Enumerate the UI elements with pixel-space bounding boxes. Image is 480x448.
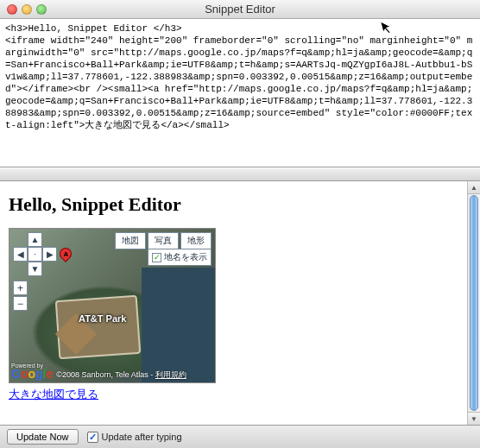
map-marker-letter: A [63,250,68,258]
map-labels-text: 地名を表示 [164,251,207,263]
pan-right-button[interactable]: ▶ [42,247,57,262]
source-code-editor[interactable]: <h3>Hello, Snippet Editor </h3> <iframe … [0,19,480,167]
scroll-up-button[interactable]: ▲ [468,181,480,194]
update-after-typing-checkbox[interactable]: ✓ [87,432,98,443]
pane-divider[interactable] [0,167,480,181]
window-titlebar: Snippet Editor [0,0,480,19]
pan-down-button[interactable]: ▼ [28,262,42,276]
map-water [142,268,215,382]
bottom-toolbar: Update Now ✓ Update after typing [0,425,480,448]
google-logo: Google [11,367,53,381]
zoom-out-button[interactable]: − [13,296,28,311]
minimize-window-button[interactable] [22,4,32,15]
map-terms-link[interactable]: 利用規約 [155,370,186,379]
map-attribution: Google ©2008 Sanborn, Tele Atlas - 利用規約 [11,367,186,381]
window-title: Snippet Editor [0,3,480,16]
update-after-typing-toggle[interactable]: ✓ Update after typing [87,432,182,443]
map-marker[interactable]: A [60,248,72,267]
preview-pane: Hello, Snippet Editor AT&T Park ▲ ◀ · ▶ … [0,181,467,425]
map-tab-satellite[interactable]: 写真 [148,232,179,249]
pan-left-button[interactable]: ◀ [13,247,28,262]
scroll-thumb[interactable] [470,195,478,411]
map-labels-toggle[interactable]: ✓ 地名を表示 [148,249,212,266]
close-window-button[interactable] [7,4,17,15]
map-type-tabs: 地図 写真 地形 [115,232,212,249]
map-pan-control: ▲ ◀ · ▶ ▼ [13,232,57,276]
map-copyright: ©2008 Sanborn, Tele Atlas - [56,370,155,379]
view-larger-map-link[interactable]: 大きな地図で見る [9,387,98,402]
preview-heading: Hello, Snippet Editor [9,193,458,216]
map-embed[interactable]: AT&T Park ▲ ◀ · ▶ ▼ + − A 地図 写真 [9,228,216,383]
map-place-label: AT&T Park [79,313,126,324]
zoom-in-button[interactable]: + [13,281,28,295]
map-tab-map[interactable]: 地図 [115,232,146,249]
map-tab-terrain[interactable]: 地形 [180,232,212,249]
pan-center-button[interactable]: · [28,247,42,262]
update-now-button[interactable]: Update Now [7,429,79,445]
pan-up-button[interactable]: ▲ [28,232,42,247]
preview-scrollbar[interactable]: ▲ ▼ [467,181,480,425]
scroll-down-button[interactable]: ▼ [468,412,480,425]
map-zoom-control: + − [13,281,28,312]
update-after-typing-label: Update after typing [102,432,182,442]
map-labels-checkbox[interactable]: ✓ [152,253,161,262]
zoom-window-button[interactable] [36,4,47,15]
